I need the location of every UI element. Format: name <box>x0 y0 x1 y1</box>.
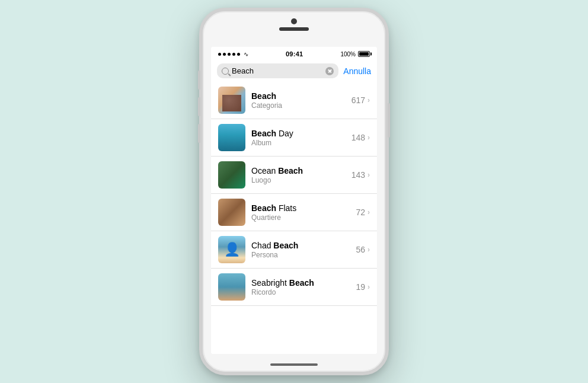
result-info-beach-day: Beach Day Album <box>251 129 346 147</box>
result-count-chad-beach: 56 <box>356 245 365 254</box>
result-item-chad-beach[interactable]: Chad Beach Persona 56 › <box>211 231 377 269</box>
result-title-beach-day: Beach Day <box>251 129 346 138</box>
battery-fill <box>359 52 369 56</box>
battery-icon <box>358 51 370 57</box>
status-right: 100% <box>340 51 370 58</box>
thumbnail-chad-beach <box>218 236 245 263</box>
silent-switch <box>198 124 200 143</box>
result-count-row-beach-category: 617 › <box>351 95 370 105</box>
result-info-ocean-beach: Ocean Beach Luogo <box>251 166 346 184</box>
result-count-ocean-beach: 143 <box>351 170 365 180</box>
wifi-icon: ∿ <box>244 51 248 58</box>
result-title-bold: Beach <box>251 203 276 213</box>
result-item-seabright-beach[interactable]: Seabright Beach Ricordo 19 › <box>211 269 377 306</box>
result-subtitle-ocean-beach: Luogo <box>251 176 346 184</box>
result-title-seabright-beach: Seabright Beach <box>251 278 350 288</box>
power-button <box>388 103 390 138</box>
result-info-seabright-beach: Seabright Beach Ricordo <box>251 278 350 296</box>
signal-dot-2 <box>223 53 226 56</box>
home-indicator[interactable] <box>270 363 318 366</box>
result-title-chad-beach: Chad Beach <box>251 241 350 250</box>
status-time: 09:41 <box>286 50 303 58</box>
result-subtitle-beach-flats: Quartiere <box>251 213 350 222</box>
signal-dot-1 <box>218 53 221 56</box>
result-item-beach-flats[interactable]: Beach Flats Quartiere 72 › <box>211 194 377 231</box>
result-title-bold: Beach <box>273 241 298 250</box>
result-count-beach-category: 617 <box>351 95 365 105</box>
result-subtitle-chad-beach: Persona <box>251 251 350 259</box>
result-title-beach-category: Beach <box>251 91 346 101</box>
result-subtitle-seabright-beach: Ricordo <box>251 288 350 296</box>
chevron-icon: › <box>368 245 370 254</box>
chevron-icon: › <box>368 208 370 216</box>
phone-shell: ∿ 09:41 100% Beach Annulla <box>199 8 389 375</box>
result-title-bold: Beach <box>289 278 314 288</box>
result-count-row-beach-day: 148 › <box>351 133 370 142</box>
signal-dot-3 <box>228 53 231 56</box>
chevron-icon: › <box>368 96 370 104</box>
thumbnail-beach-flats <box>218 199 245 226</box>
result-count-seabright-beach: 19 <box>356 282 365 292</box>
chevron-icon: › <box>368 283 370 291</box>
search-icon <box>222 68 229 75</box>
result-info-beach-flats: Beach Flats Quartiere <box>251 203 350 222</box>
result-count-row-seabright-beach: 19 › <box>356 282 370 292</box>
search-input-container[interactable]: Beach <box>217 63 338 78</box>
signal-dot-4 <box>232 53 235 56</box>
search-bar-row: Beach Annulla <box>211 60 377 82</box>
result-title-bold: Beach <box>251 129 276 138</box>
front-camera <box>291 18 297 24</box>
volume-down-button <box>198 97 200 116</box>
result-item-beach-category[interactable]: Beach Categoria 617 › <box>211 82 377 119</box>
phone-device: ∿ 09:41 100% Beach Annulla <box>199 8 389 375</box>
signal-dot-5 <box>237 53 240 56</box>
thumbnail-ocean-beach <box>218 161 245 189</box>
volume-up-button <box>198 71 200 90</box>
result-info-chad-beach: Chad Beach Persona <box>251 241 350 259</box>
top-notch-area <box>279 18 309 31</box>
result-title-ocean-beach: Ocean Beach <box>251 166 346 175</box>
result-title-bold: Beach <box>251 91 276 101</box>
thumbnail-beach-category <box>218 87 245 114</box>
result-count-row-chad-beach: 56 › <box>356 245 370 254</box>
result-count-beach-day: 148 <box>351 133 365 142</box>
chevron-icon: › <box>368 133 370 142</box>
screen: ∿ 09:41 100% Beach Annulla <box>211 47 377 354</box>
result-title-beach-flats: Beach Flats <box>251 203 350 213</box>
status-left: ∿ <box>218 51 248 58</box>
result-item-beach-day[interactable]: Beach Day Album 148 › <box>211 119 377 157</box>
status-bar: ∿ 09:41 100% <box>211 47 377 60</box>
result-subtitle-beach-category: Categoria <box>251 101 346 110</box>
thumbnail-seabright-beach <box>218 273 245 301</box>
result-item-ocean-beach[interactable]: Ocean Beach Luogo 143 › <box>211 157 377 194</box>
thumbnail-beach-day <box>218 124 245 151</box>
earpiece-speaker <box>279 27 309 31</box>
result-count-row-beach-flats: 72 › <box>356 208 370 217</box>
result-subtitle-beach-day: Album <box>251 139 346 147</box>
search-input[interactable]: Beach <box>232 66 322 75</box>
result-count-row-ocean-beach: 143 › <box>351 170 370 180</box>
battery-percentage: 100% <box>340 51 356 58</box>
clear-search-button[interactable] <box>325 67 334 75</box>
search-results-list: Beach Categoria 617 › Beach Day <box>211 82 377 354</box>
result-title-bold: Beach <box>278 166 303 175</box>
chevron-icon: › <box>368 171 370 179</box>
result-info-beach-category: Beach Categoria <box>251 91 346 110</box>
cancel-button[interactable]: Annulla <box>343 66 371 76</box>
result-count-beach-flats: 72 <box>356 208 365 217</box>
